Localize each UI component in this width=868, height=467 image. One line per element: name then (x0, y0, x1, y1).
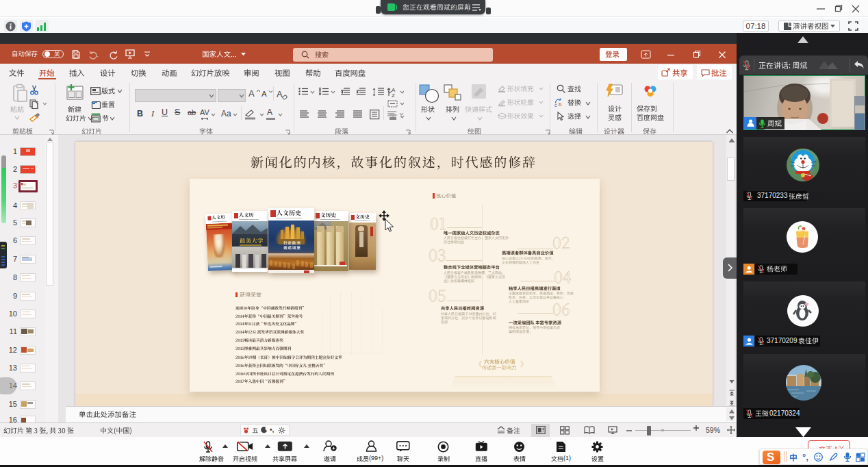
svg-text:c: c (554, 103, 557, 108)
svg-text:b: b (559, 101, 562, 108)
svg-text:Z: Z (392, 92, 395, 99)
